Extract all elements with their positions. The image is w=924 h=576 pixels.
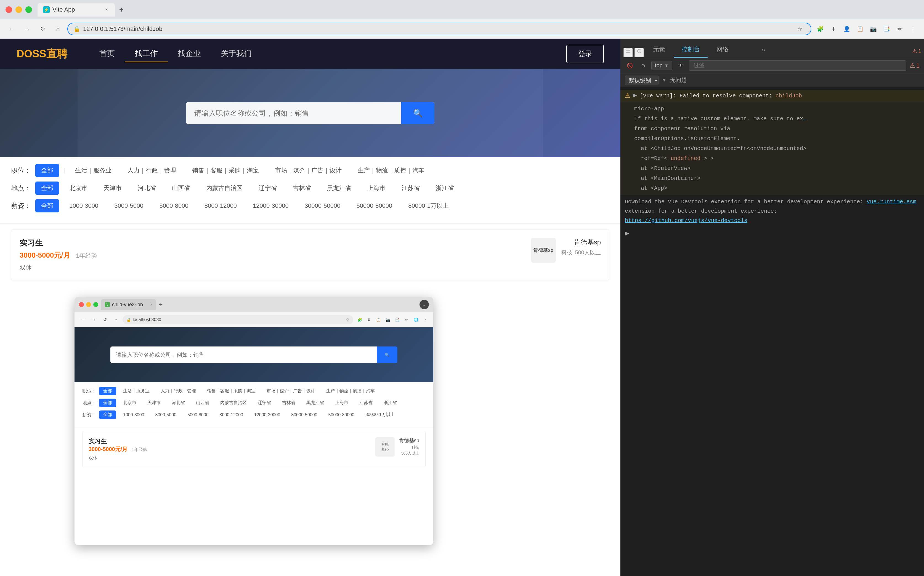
nested-job-market[interactable]: 市场｜媒介｜广告｜设计 bbox=[263, 387, 319, 395]
nested-new-tab-button[interactable]: + bbox=[159, 301, 163, 308]
nested-home-button[interactable]: ⌂ bbox=[112, 315, 120, 324]
nested-sal-3k5k[interactable]: 3000-5000 bbox=[151, 411, 181, 419]
nested-loc-jilin[interactable]: 吉林省 bbox=[278, 398, 299, 407]
location-filter-jiangsu[interactable]: 江苏省 bbox=[396, 181, 426, 195]
nested-loc-zhejiang[interactable]: 浙江省 bbox=[380, 398, 401, 407]
salary-50k-80k[interactable]: 50000-80000 bbox=[351, 200, 398, 212]
job-filter-hr[interactable]: 人力｜行政｜管理 bbox=[122, 164, 182, 177]
expand-button[interactable]: ▶ bbox=[633, 92, 637, 98]
location-filter-hebei[interactable]: 河北省 bbox=[132, 181, 162, 195]
nested-sal-80k[interactable]: 80000-1万以上 bbox=[361, 411, 399, 419]
nested-loc-neimenggu[interactable]: 内蒙古自治区 bbox=[216, 398, 251, 407]
home-button[interactable]: ⌂ bbox=[52, 23, 64, 35]
bookmark-button[interactable]: ☆ bbox=[794, 24, 805, 35]
component-ref[interactable]: childJob bbox=[775, 93, 802, 99]
location-filter-neimenggu[interactable]: 内蒙古自治区 bbox=[200, 181, 248, 195]
nested-ext3[interactable]: 📋 bbox=[374, 315, 383, 324]
location-filter-shanxi[interactable]: 山西省 bbox=[166, 181, 196, 195]
nested-close-button[interactable] bbox=[79, 302, 84, 307]
nav-home[interactable]: 首页 bbox=[90, 45, 125, 62]
console-settings-button[interactable]: ⊙ bbox=[638, 61, 648, 70]
nested-sal-5k8k[interactable]: 5000-8000 bbox=[183, 411, 213, 419]
nested-minimize-button[interactable] bbox=[86, 302, 91, 307]
nested-reload-button[interactable]: ↺ bbox=[101, 315, 109, 324]
location-filter-zhejiang[interactable]: 浙江省 bbox=[430, 181, 460, 195]
console-level-select[interactable]: 默认级别 bbox=[625, 75, 658, 85]
devtools-inspect[interactable]: ⊙ bbox=[634, 48, 644, 58]
nested-loc-all[interactable]: 全部 bbox=[99, 398, 116, 407]
salary-80k-plus[interactable]: 80000-1万以上 bbox=[402, 199, 455, 213]
screenshot-button[interactable]: 📷 bbox=[868, 24, 879, 35]
vue-runtime-link[interactable]: vue.runtime.esm bbox=[866, 198, 916, 205]
github-devtools-link[interactable]: https://github.com/vuejs/vue-devtools bbox=[625, 218, 747, 224]
nested-search-input[interactable] bbox=[110, 347, 377, 363]
nested-ext6[interactable]: ✏ bbox=[402, 315, 411, 324]
nav-find-job[interactable]: 找工作 bbox=[125, 45, 168, 62]
location-filter-tianjin[interactable]: 天津市 bbox=[98, 181, 128, 195]
nested-job-all[interactable]: 全部 bbox=[99, 387, 116, 395]
nested-maximize-button[interactable] bbox=[93, 302, 98, 307]
address-bar[interactable]: 🔒 127.0.0.1:5173/main/childJob ☆ bbox=[67, 22, 811, 35]
search-input[interactable] bbox=[186, 102, 434, 124]
nested-loc-heilong[interactable]: 黑龙江省 bbox=[302, 398, 328, 407]
location-filter-all[interactable]: 全部 bbox=[35, 181, 59, 195]
devtools-tab-performance[interactable] bbox=[737, 50, 753, 58]
nav-about[interactable]: 关于我们 bbox=[211, 45, 262, 62]
job-card[interactable]: 实习生 3000-5000元/月 1年经验 双休 肯德基sp bbox=[11, 229, 609, 280]
devtools-tab-more[interactable]: » bbox=[754, 43, 773, 58]
clipboard-button[interactable]: 📋 bbox=[854, 24, 865, 35]
location-filter-liaoning[interactable]: 辽宁省 bbox=[253, 181, 283, 195]
window-maximize-button[interactable] bbox=[26, 6, 32, 13]
nested-sal-12k30k[interactable]: 12000-30000 bbox=[250, 411, 284, 419]
salary-12k-30k[interactable]: 12000-30000 bbox=[247, 200, 295, 212]
devtools-tab-console[interactable]: 控制台 bbox=[674, 42, 708, 58]
nested-tab-close[interactable]: × bbox=[150, 302, 152, 307]
nested-ext7[interactable]: 🌐 bbox=[412, 315, 420, 324]
clear-console-button[interactable]: 🚫 bbox=[625, 61, 635, 70]
nested-loc-hebei[interactable]: 河北省 bbox=[168, 398, 189, 407]
nested-sal-8k12k[interactable]: 8000-12000 bbox=[216, 411, 247, 419]
salary-8k-12k[interactable]: 8000-12000 bbox=[199, 200, 243, 212]
search-button[interactable]: 🔍 bbox=[401, 102, 434, 124]
forward-button[interactable]: → bbox=[21, 23, 33, 35]
active-tab[interactable]: ⚡ Vite App × bbox=[38, 3, 115, 16]
salary-30k-50k[interactable]: 30000-50000 bbox=[299, 200, 346, 212]
download-button[interactable]: ⬇ bbox=[828, 24, 839, 35]
extensions-button[interactable]: 🧩 bbox=[815, 24, 826, 35]
job-filter-market[interactable]: 市场｜媒介｜广告｜设计 bbox=[269, 164, 348, 177]
salary-1k-3k[interactable]: 1000-3000 bbox=[64, 200, 104, 212]
nested-sal-1k3k[interactable]: 1000-3000 bbox=[119, 411, 149, 419]
login-button[interactable]: 登录 bbox=[566, 45, 604, 63]
nested-job-sales[interactable]: 销售｜客服｜采购｜淘宝 bbox=[203, 387, 260, 395]
console-filter-input[interactable] bbox=[689, 61, 906, 70]
salary-5k-8k[interactable]: 5000-8000 bbox=[154, 200, 194, 212]
history-button[interactable]: 📑 bbox=[881, 24, 892, 35]
devtools-tab-network[interactable]: 网络 bbox=[709, 42, 736, 58]
profile-button[interactable]: 👤 bbox=[841, 24, 852, 35]
more-button[interactable]: ⋮ bbox=[908, 24, 919, 35]
window-minimize-button[interactable] bbox=[16, 6, 22, 13]
collapse-icon[interactable]: ▶ bbox=[625, 230, 629, 236]
devtools-toggle-sidebar[interactable]: ☰ bbox=[623, 48, 633, 58]
expand-link[interactable]: … bbox=[803, 115, 806, 122]
nested-job-life[interactable]: 生活｜服务业 bbox=[119, 387, 154, 395]
location-filter-shanghai[interactable]: 上海市 bbox=[362, 181, 391, 195]
nested-sal-all[interactable]: 全部 bbox=[99, 411, 116, 419]
location-filter-heilongjiang[interactable]: 黑龙江省 bbox=[321, 181, 357, 195]
location-filter-beijing[interactable]: 北京市 bbox=[64, 181, 93, 195]
nested-search-button[interactable]: 🔍 bbox=[377, 347, 397, 363]
nested-job-card[interactable]: 实习生 3000-5000元/月 1年经验 双休 肯德 基sp bbox=[82, 431, 426, 467]
nested-ext1[interactable]: 🧩 bbox=[356, 315, 364, 324]
nested-sal-30k50k[interactable]: 30000-50000 bbox=[287, 411, 321, 419]
location-filter-jilin[interactable]: 吉林省 bbox=[287, 181, 317, 195]
nested-loc-jiangsu[interactable]: 江苏省 bbox=[355, 398, 377, 407]
nested-address-bar[interactable]: 🔒 localhost:8080 ☆ bbox=[123, 315, 353, 325]
devtools-tab-elements[interactable]: 元素 bbox=[645, 42, 673, 58]
salary-filter-all[interactable]: 全部 bbox=[35, 199, 59, 213]
nested-job-production[interactable]: 生产｜物流｜质控｜汽车 bbox=[322, 387, 379, 395]
job-filter-sales[interactable]: 销售｜客服｜采购｜淘宝 bbox=[186, 164, 265, 177]
job-filter-all[interactable]: 全部 bbox=[35, 164, 59, 177]
nested-job-hr[interactable]: 人力｜行政｜管理 bbox=[157, 387, 200, 395]
window-close-button[interactable] bbox=[5, 6, 12, 13]
tab-close-button[interactable]: × bbox=[104, 7, 109, 13]
